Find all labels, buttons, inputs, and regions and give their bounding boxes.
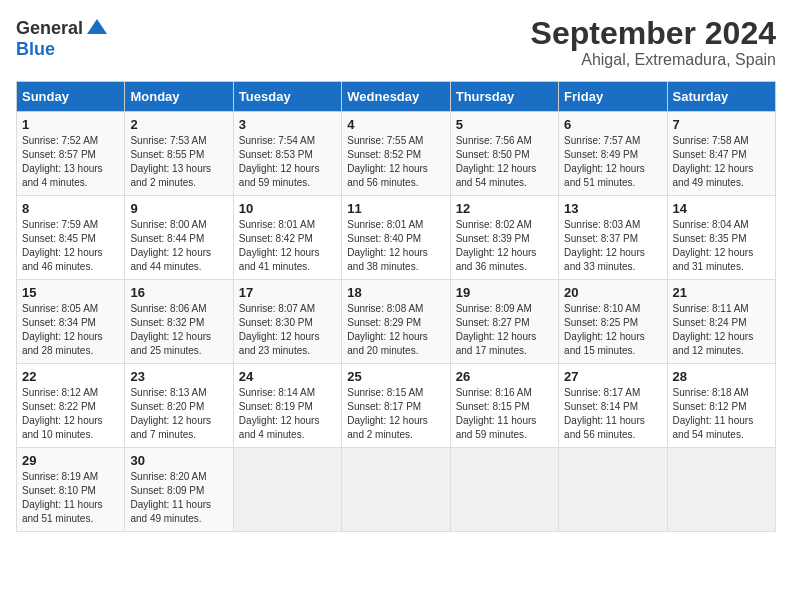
header: General Blue September 2024 Ahigal, Extr… <box>16 16 776 69</box>
day-cell: 15 Sunrise: 8:05 AMSunset: 8:34 PMDaylig… <box>17 280 125 364</box>
header-thursday: Thursday <box>450 82 558 112</box>
day-cell: 5 Sunrise: 7:56 AMSunset: 8:50 PMDayligh… <box>450 112 558 196</box>
week-row-3: 15 Sunrise: 8:05 AMSunset: 8:34 PMDaylig… <box>17 280 776 364</box>
day-info: Sunrise: 8:00 AMSunset: 8:44 PMDaylight:… <box>130 218 227 274</box>
header-saturday: Saturday <box>667 82 775 112</box>
day-info: Sunrise: 8:10 AMSunset: 8:25 PMDaylight:… <box>564 302 661 358</box>
day-cell: 19 Sunrise: 8:09 AMSunset: 8:27 PMDaylig… <box>450 280 558 364</box>
day-info: Sunrise: 8:07 AMSunset: 8:30 PMDaylight:… <box>239 302 336 358</box>
day-info: Sunrise: 8:13 AMSunset: 8:20 PMDaylight:… <box>130 386 227 442</box>
day-info: Sunrise: 7:56 AMSunset: 8:50 PMDaylight:… <box>456 134 553 190</box>
day-cell: 14 Sunrise: 8:04 AMSunset: 8:35 PMDaylig… <box>667 196 775 280</box>
week-row-4: 22 Sunrise: 8:12 AMSunset: 8:22 PMDaylig… <box>17 364 776 448</box>
day-cell: 30 Sunrise: 8:20 AMSunset: 8:09 PMDaylig… <box>125 448 233 532</box>
day-cell: 11 Sunrise: 8:01 AMSunset: 8:40 PMDaylig… <box>342 196 450 280</box>
logo-text: General Blue <box>16 16 111 59</box>
day-cell: 4 Sunrise: 7:55 AMSunset: 8:52 PMDayligh… <box>342 112 450 196</box>
day-number: 28 <box>673 369 770 384</box>
day-info: Sunrise: 8:08 AMSunset: 8:29 PMDaylight:… <box>347 302 444 358</box>
day-number: 1 <box>22 117 119 132</box>
header-monday: Monday <box>125 82 233 112</box>
day-info: Sunrise: 8:06 AMSunset: 8:32 PMDaylight:… <box>130 302 227 358</box>
day-number: 27 <box>564 369 661 384</box>
day-info: Sunrise: 7:57 AMSunset: 8:49 PMDaylight:… <box>564 134 661 190</box>
day-cell: 20 Sunrise: 8:10 AMSunset: 8:25 PMDaylig… <box>559 280 667 364</box>
day-cell: 22 Sunrise: 8:12 AMSunset: 8:22 PMDaylig… <box>17 364 125 448</box>
svg-marker-0 <box>87 19 107 34</box>
day-number: 24 <box>239 369 336 384</box>
day-number: 8 <box>22 201 119 216</box>
logo-blue: Blue <box>16 39 55 59</box>
day-cell <box>342 448 450 532</box>
day-number: 10 <box>239 201 336 216</box>
header-friday: Friday <box>559 82 667 112</box>
day-number: 2 <box>130 117 227 132</box>
day-number: 17 <box>239 285 336 300</box>
day-number: 22 <box>22 369 119 384</box>
day-info: Sunrise: 8:05 AMSunset: 8:34 PMDaylight:… <box>22 302 119 358</box>
day-info: Sunrise: 8:01 AMSunset: 8:42 PMDaylight:… <box>239 218 336 274</box>
day-cell: 10 Sunrise: 8:01 AMSunset: 8:42 PMDaylig… <box>233 196 341 280</box>
day-info: Sunrise: 7:59 AMSunset: 8:45 PMDaylight:… <box>22 218 119 274</box>
header-tuesday: Tuesday <box>233 82 341 112</box>
header-wednesday: Wednesday <box>342 82 450 112</box>
day-info: Sunrise: 7:54 AMSunset: 8:53 PMDaylight:… <box>239 134 336 190</box>
day-number: 4 <box>347 117 444 132</box>
day-number: 18 <box>347 285 444 300</box>
day-number: 15 <box>22 285 119 300</box>
day-number: 6 <box>564 117 661 132</box>
location-title: Ahigal, Extremadura, Spain <box>531 51 776 69</box>
day-number: 19 <box>456 285 553 300</box>
day-number: 5 <box>456 117 553 132</box>
day-number: 13 <box>564 201 661 216</box>
day-cell: 7 Sunrise: 7:58 AMSunset: 8:47 PMDayligh… <box>667 112 775 196</box>
day-number: 11 <box>347 201 444 216</box>
logo-general: General <box>16 19 83 37</box>
logo-icon <box>85 16 109 40</box>
day-cell: 28 Sunrise: 8:18 AMSunset: 8:12 PMDaylig… <box>667 364 775 448</box>
day-number: 29 <box>22 453 119 468</box>
day-info: Sunrise: 8:09 AMSunset: 8:27 PMDaylight:… <box>456 302 553 358</box>
day-info: Sunrise: 8:04 AMSunset: 8:35 PMDaylight:… <box>673 218 770 274</box>
day-cell <box>450 448 558 532</box>
logo: General Blue <box>16 16 111 59</box>
week-row-2: 8 Sunrise: 7:59 AMSunset: 8:45 PMDayligh… <box>17 196 776 280</box>
week-row-1: 1 Sunrise: 7:52 AMSunset: 8:57 PMDayligh… <box>17 112 776 196</box>
day-cell: 29 Sunrise: 8:19 AMSunset: 8:10 PMDaylig… <box>17 448 125 532</box>
day-info: Sunrise: 7:55 AMSunset: 8:52 PMDaylight:… <box>347 134 444 190</box>
day-cell: 18 Sunrise: 8:08 AMSunset: 8:29 PMDaylig… <box>342 280 450 364</box>
day-cell: 3 Sunrise: 7:54 AMSunset: 8:53 PMDayligh… <box>233 112 341 196</box>
month-title: September 2024 <box>531 16 776 51</box>
day-info: Sunrise: 8:01 AMSunset: 8:40 PMDaylight:… <box>347 218 444 274</box>
day-number: 30 <box>130 453 227 468</box>
day-number: 7 <box>673 117 770 132</box>
day-cell: 26 Sunrise: 8:16 AMSunset: 8:15 PMDaylig… <box>450 364 558 448</box>
day-number: 20 <box>564 285 661 300</box>
day-cell <box>667 448 775 532</box>
day-cell: 6 Sunrise: 7:57 AMSunset: 8:49 PMDayligh… <box>559 112 667 196</box>
day-cell: 12 Sunrise: 8:02 AMSunset: 8:39 PMDaylig… <box>450 196 558 280</box>
day-cell: 17 Sunrise: 8:07 AMSunset: 8:30 PMDaylig… <box>233 280 341 364</box>
day-info: Sunrise: 8:03 AMSunset: 8:37 PMDaylight:… <box>564 218 661 274</box>
day-info: Sunrise: 8:17 AMSunset: 8:14 PMDaylight:… <box>564 386 661 442</box>
day-cell <box>233 448 341 532</box>
day-cell: 25 Sunrise: 8:15 AMSunset: 8:17 PMDaylig… <box>342 364 450 448</box>
day-cell: 1 Sunrise: 7:52 AMSunset: 8:57 PMDayligh… <box>17 112 125 196</box>
day-cell: 21 Sunrise: 8:11 AMSunset: 8:24 PMDaylig… <box>667 280 775 364</box>
day-number: 26 <box>456 369 553 384</box>
day-info: Sunrise: 8:19 AMSunset: 8:10 PMDaylight:… <box>22 470 119 526</box>
day-info: Sunrise: 7:53 AMSunset: 8:55 PMDaylight:… <box>130 134 227 190</box>
day-info: Sunrise: 8:15 AMSunset: 8:17 PMDaylight:… <box>347 386 444 442</box>
day-info: Sunrise: 8:20 AMSunset: 8:09 PMDaylight:… <box>130 470 227 526</box>
week-row-5: 29 Sunrise: 8:19 AMSunset: 8:10 PMDaylig… <box>17 448 776 532</box>
day-info: Sunrise: 8:11 AMSunset: 8:24 PMDaylight:… <box>673 302 770 358</box>
header-row: SundayMondayTuesdayWednesdayThursdayFrid… <box>17 82 776 112</box>
day-cell: 8 Sunrise: 7:59 AMSunset: 8:45 PMDayligh… <box>17 196 125 280</box>
day-cell: 27 Sunrise: 8:17 AMSunset: 8:14 PMDaylig… <box>559 364 667 448</box>
day-number: 9 <box>130 201 227 216</box>
day-number: 12 <box>456 201 553 216</box>
day-number: 21 <box>673 285 770 300</box>
calendar-table: SundayMondayTuesdayWednesdayThursdayFrid… <box>16 81 776 532</box>
day-info: Sunrise: 8:02 AMSunset: 8:39 PMDaylight:… <box>456 218 553 274</box>
day-info: Sunrise: 8:14 AMSunset: 8:19 PMDaylight:… <box>239 386 336 442</box>
